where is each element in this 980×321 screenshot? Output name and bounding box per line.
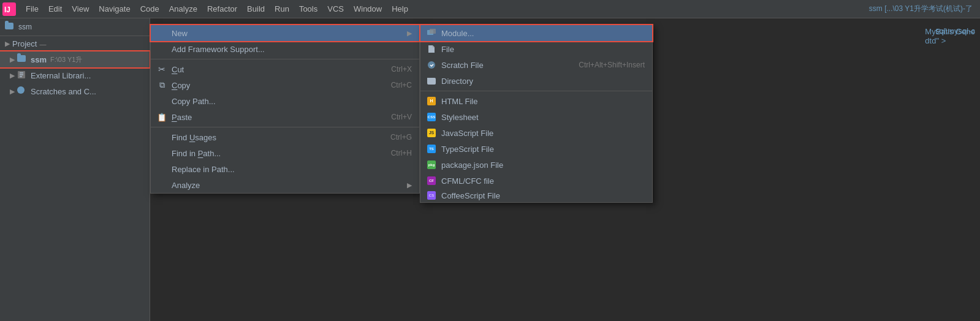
sub-coffee[interactable]: CS CoffeeScript File bbox=[420, 189, 652, 202]
replace-in-path-icon bbox=[157, 164, 167, 174]
sub-directory-label: Directory bbox=[441, 77, 645, 86]
sub-separator-1 bbox=[420, 91, 652, 91]
cut-shortcut: Ctrl+X bbox=[391, 65, 412, 74]
file-icon bbox=[427, 44, 436, 54]
sub-pkg-label: package.json File bbox=[441, 160, 645, 170]
sidebar-external-libraries[interactable]: ▶ External Librari... bbox=[0, 67, 150, 83]
menu-view[interactable]: View bbox=[67, 2, 94, 16]
ssm-arrow: ▶ bbox=[10, 56, 15, 64]
ctx-add-framework[interactable]: Add Framework Support... bbox=[151, 41, 419, 57]
ctx-copy-label: Copy bbox=[172, 81, 379, 90]
ctx-paste[interactable]: 📋 Paste Ctrl+V bbox=[151, 109, 419, 125]
cfml-icon: CF bbox=[427, 176, 436, 186]
editor-bg-text: MyBatis Gene dtd" > sql\mysql-c bbox=[920, 25, 980, 48]
menu-navigate[interactable]: Navigate bbox=[94, 2, 135, 16]
sidebar-project[interactable]: ▶ Project — bbox=[0, 36, 150, 51]
ctx-analyze[interactable]: Analyze ▶ bbox=[151, 177, 419, 193]
cut-icon: ✂ bbox=[157, 64, 167, 74]
menu-edit[interactable]: Edit bbox=[44, 2, 67, 16]
ctx-copy[interactable]: ⧉ Copy Ctrl+C bbox=[151, 77, 419, 93]
sub-scratch[interactable]: Scratch File Ctrl+Alt+Shift+Insert bbox=[420, 57, 652, 73]
editor-line-2: dtd" > bbox=[925, 36, 975, 45]
sub-css[interactable]: CSS Stylesheet bbox=[420, 109, 652, 125]
sub-ts[interactable]: TS TypeScript File bbox=[420, 141, 652, 157]
sub-scratch-label: Scratch File bbox=[441, 61, 566, 70]
sub-html[interactable]: H HTML File bbox=[420, 93, 652, 109]
menu-vcs[interactable]: VCS bbox=[322, 2, 349, 16]
sub-js[interactable]: JS JavaScript File bbox=[420, 125, 652, 141]
ctx-find-usages-label: Find Usages bbox=[172, 133, 378, 142]
ctx-separator-2 bbox=[151, 127, 419, 127]
menu-run[interactable]: Run bbox=[270, 2, 294, 16]
ssm-path: F:\03 Y1升 bbox=[50, 55, 82, 64]
menu-refactor[interactable]: Refactor bbox=[202, 2, 242, 16]
module-icon bbox=[427, 28, 436, 38]
ctx-copy-path-label: Copy Path... bbox=[172, 97, 412, 106]
directory-icon bbox=[427, 76, 436, 86]
sub-directory[interactable]: Directory bbox=[420, 73, 652, 89]
ctx-cut-label: CCutut bbox=[172, 65, 379, 74]
folder-icon bbox=[5, 22, 15, 32]
ctx-replace-in-path-label: Replace in Path... bbox=[172, 165, 412, 174]
coffee-icon: CS bbox=[427, 191, 436, 200]
scratch-shortcut: Ctrl+Alt+Shift+Insert bbox=[579, 61, 645, 69]
copy-shortcut: Ctrl+C bbox=[391, 81, 412, 89]
html-icon: H bbox=[427, 96, 436, 106]
sub-file[interactable]: File bbox=[420, 41, 652, 57]
analyze-icon bbox=[157, 180, 167, 190]
menu-build[interactable]: Build bbox=[242, 2, 270, 16]
ctx-cut[interactable]: ✂ CCutut Ctrl+X bbox=[151, 61, 419, 77]
sidebar: ssm ▶ Project — ▶ ssm F:\03 Y1升 ▶ Extern… bbox=[0, 18, 150, 321]
ext-label: External Librari... bbox=[31, 71, 91, 80]
app-logo: IJ bbox=[2, 2, 16, 16]
menu-analyze[interactable]: Analyze bbox=[164, 2, 202, 16]
paste-icon: 📋 bbox=[157, 112, 167, 122]
paste-shortcut: Ctrl+V bbox=[391, 113, 412, 121]
sub-ts-label: TypeScript File bbox=[441, 145, 645, 154]
css-icon: CSS bbox=[427, 112, 436, 122]
sidebar-title: ssm bbox=[18, 23, 32, 31]
project-dash: — bbox=[39, 40, 46, 48]
new-icon bbox=[157, 28, 167, 38]
add-framework-icon bbox=[157, 44, 167, 54]
menu-code[interactable]: Code bbox=[135, 2, 164, 16]
svg-text:IJ: IJ bbox=[4, 6, 10, 14]
ctx-new[interactable]: New ▶ bbox=[151, 25, 419, 41]
sub-pkg[interactable]: pkg package.json File bbox=[420, 157, 652, 173]
menu-window[interactable]: Window bbox=[349, 2, 387, 16]
ctx-find-in-path[interactable]: Find in Path... Ctrl+H bbox=[151, 145, 419, 161]
sub-module-label: Module... bbox=[441, 29, 645, 38]
sidebar-scratches[interactable]: ▶ Scratches and C... bbox=[0, 83, 150, 99]
sidebar-header: ssm bbox=[0, 18, 150, 36]
svg-point-8 bbox=[428, 61, 435, 69]
ssm-folder-icon bbox=[17, 55, 27, 64]
ctx-analyze-label: Analyze bbox=[172, 181, 402, 190]
menu-help[interactable]: Help bbox=[387, 2, 413, 16]
sub-module[interactable]: Module... bbox=[420, 25, 652, 41]
main-layout: ssm ▶ Project — ▶ ssm F:\03 Y1升 ▶ Extern… bbox=[0, 18, 980, 321]
sub-file-label: File bbox=[441, 45, 645, 54]
ctx-find-in-path-label: Find in Path... bbox=[172, 149, 379, 158]
find-usages-shortcut: Ctrl+G bbox=[390, 133, 412, 142]
ctx-replace-in-path[interactable]: Replace in Path... bbox=[151, 161, 419, 177]
menu-tools[interactable]: Tools bbox=[294, 2, 322, 16]
sub-html-label: HTML File bbox=[441, 97, 645, 106]
scratch-file-icon bbox=[427, 60, 436, 70]
sub-coffee-label: CoffeeScript File bbox=[441, 191, 645, 200]
ext-icon bbox=[17, 70, 27, 80]
new-submenu-arrow: ▶ bbox=[407, 29, 412, 37]
ctx-copy-path[interactable]: Copy Path... bbox=[151, 93, 419, 109]
ts-icon: TS bbox=[427, 144, 436, 154]
ctx-new-label: New bbox=[172, 29, 402, 38]
menu-file[interactable]: File bbox=[21, 2, 44, 16]
scratch-label: Scratches and C... bbox=[31, 87, 96, 96]
editor-line-3: sql\mysql-c bbox=[935, 26, 975, 36]
svg-rect-7 bbox=[430, 29, 436, 34]
find-usages-icon bbox=[157, 132, 167, 142]
ctx-find-usages[interactable]: Find Usages Ctrl+G bbox=[151, 129, 419, 145]
sidebar-ssm[interactable]: ▶ ssm F:\03 Y1升 bbox=[0, 51, 150, 67]
ctx-add-framework-label: Add Framework Support... bbox=[172, 45, 412, 54]
sub-cfml[interactable]: CF CFML/CFC file bbox=[420, 173, 652, 189]
find-in-path-shortcut: Ctrl+H bbox=[391, 149, 412, 157]
context-menu: New ▶ Add Framework Support... ✂ CCutut … bbox=[150, 25, 420, 194]
